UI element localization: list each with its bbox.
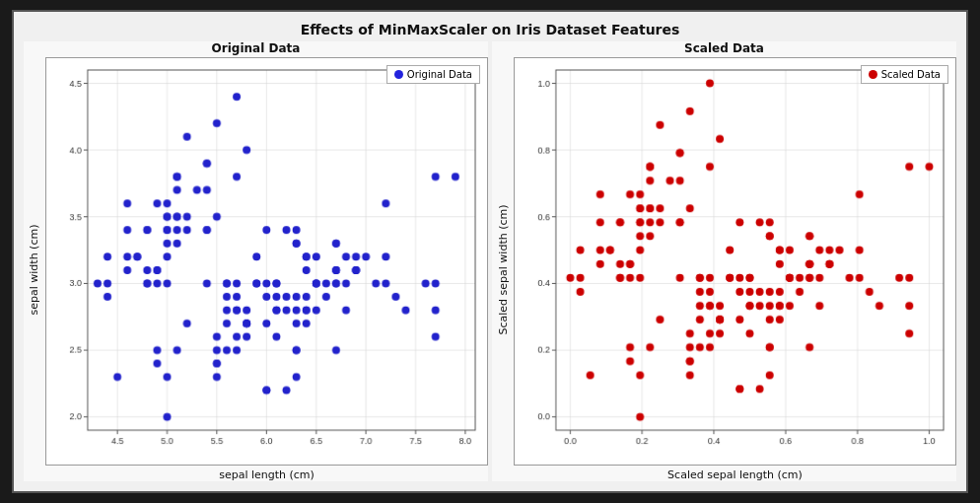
- left-y-label: sepal width (cm): [29, 224, 41, 315]
- right-plot-right-side: Scaled Data Scaled sepal length (cm): [514, 57, 956, 481]
- right-plot-title: Scaled Data: [684, 41, 764, 55]
- left-plot-canvas: [45, 57, 488, 466]
- right-legend-label: Scaled Data: [881, 69, 941, 80]
- left-legend: Original Data: [386, 65, 480, 84]
- figure-title: Effects of MinMaxScaler on Iris Dataset …: [301, 22, 680, 37]
- left-legend-dot: [394, 70, 403, 79]
- figure: Effects of MinMaxScaler on Iris Dataset …: [12, 10, 968, 493]
- right-y-label: Scaled sepal width (cm): [497, 204, 510, 334]
- right-x-label: Scaled sepal length (cm): [667, 468, 803, 481]
- right-plot-wrapper: Scaled sepal width (cm) Scaled Data Scal…: [492, 57, 956, 481]
- right-plot-container: Scaled Data Scaled sepal width (cm) Scal…: [492, 41, 956, 481]
- right-legend: Scaled Data: [861, 65, 948, 84]
- left-plot-title: Original Data: [212, 41, 301, 55]
- plots-row: Original Data sepal width (cm) Original …: [24, 41, 956, 481]
- left-y-label-container: sepal width (cm): [24, 57, 45, 481]
- left-legend-label: Original Data: [407, 69, 472, 80]
- left-plot-wrapper: sepal width (cm) Original Data sepal len…: [24, 57, 488, 481]
- right-canvas-container: Scaled Data: [514, 57, 956, 466]
- right-plot-canvas: [514, 57, 956, 466]
- left-canvas-container: Original Data: [45, 57, 488, 466]
- right-y-label-container: Scaled sepal width (cm): [492, 57, 514, 481]
- left-plot-container: Original Data sepal width (cm) Original …: [24, 41, 488, 481]
- left-plot-right-side: Original Data sepal length (cm): [45, 57, 488, 481]
- right-legend-dot: [869, 70, 877, 79]
- left-x-label: sepal length (cm): [219, 468, 315, 481]
